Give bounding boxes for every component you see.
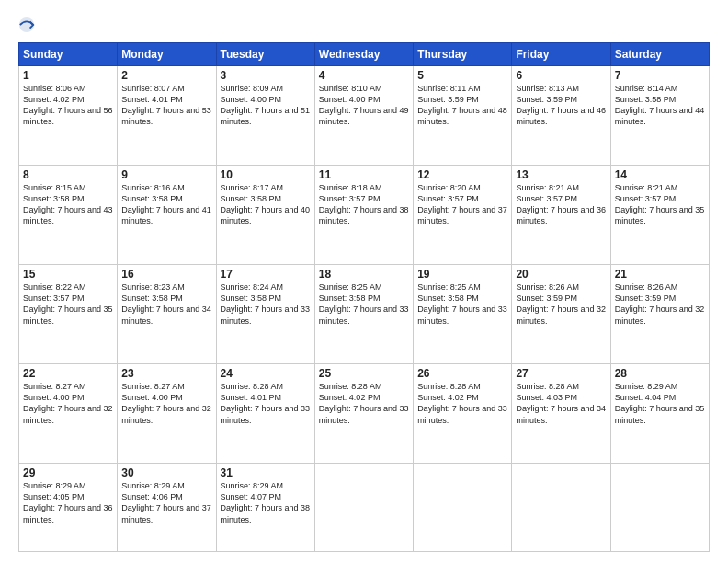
calendar-cell: 7 Sunrise: 8:14 AM Sunset: 3:58 PM Dayli… bbox=[610, 66, 709, 166]
calendar-cell: 3 Sunrise: 8:09 AM Sunset: 4:00 PM Dayli… bbox=[216, 66, 314, 166]
calendar-cell: 25 Sunrise: 8:28 AM Sunset: 4:02 PM Dayl… bbox=[314, 364, 413, 464]
calendar-header-thursday: Thursday bbox=[414, 43, 512, 66]
cell-content: Sunrise: 8:24 AM Sunset: 3:58 PM Dayligh… bbox=[221, 282, 311, 327]
cell-content: Sunrise: 8:28 AM Sunset: 4:01 PM Dayligh… bbox=[221, 381, 311, 426]
day-number: 10 bbox=[221, 168, 311, 181]
calendar-week-3: 15 Sunrise: 8:22 AM Sunset: 3:57 PM Dayl… bbox=[19, 265, 710, 364]
day-number: 1 bbox=[23, 69, 113, 82]
cell-content: Sunrise: 8:26 AM Sunset: 3:59 PM Dayligh… bbox=[615, 282, 705, 327]
cell-content: Sunrise: 8:13 AM Sunset: 3:59 PM Dayligh… bbox=[516, 83, 606, 128]
day-number: 31 bbox=[221, 466, 311, 479]
day-number: 19 bbox=[417, 268, 507, 281]
calendar-table: SundayMondayTuesdayWednesdayThursdayFrid… bbox=[18, 42, 710, 552]
calendar-cell: 27 Sunrise: 8:28 AM Sunset: 4:03 PM Dayl… bbox=[512, 364, 610, 464]
calendar-cell: 26 Sunrise: 8:28 AM Sunset: 4:02 PM Dayl… bbox=[414, 364, 512, 464]
cell-content: Sunrise: 8:28 AM Sunset: 4:02 PM Dayligh… bbox=[319, 381, 409, 426]
day-number: 8 bbox=[23, 168, 113, 181]
day-number: 29 bbox=[23, 466, 113, 479]
cell-content: Sunrise: 8:21 AM Sunset: 3:57 PM Dayligh… bbox=[516, 182, 606, 227]
cell-content: Sunrise: 8:29 AM Sunset: 4:04 PM Dayligh… bbox=[615, 381, 705, 426]
calendar-header-monday: Monday bbox=[118, 43, 216, 66]
calendar-cell: 16 Sunrise: 8:23 AM Sunset: 3:58 PM Dayl… bbox=[118, 265, 216, 364]
calendar-week-5: 29 Sunrise: 8:29 AM Sunset: 4:05 PM Dayl… bbox=[19, 464, 710, 552]
calendar-cell: 22 Sunrise: 8:27 AM Sunset: 4:00 PM Dayl… bbox=[19, 364, 118, 464]
cell-content: Sunrise: 8:26 AM Sunset: 3:59 PM Dayligh… bbox=[516, 282, 606, 327]
calendar-cell bbox=[414, 464, 512, 552]
calendar-week-4: 22 Sunrise: 8:27 AM Sunset: 4:00 PM Dayl… bbox=[19, 364, 710, 464]
calendar-header-row: SundayMondayTuesdayWednesdayThursdayFrid… bbox=[19, 43, 710, 66]
day-number: 18 bbox=[319, 268, 409, 281]
calendar-cell: 29 Sunrise: 8:29 AM Sunset: 4:05 PM Dayl… bbox=[19, 464, 118, 552]
calendar-cell: 13 Sunrise: 8:21 AM Sunset: 3:57 PM Dayl… bbox=[512, 166, 610, 265]
calendar-cell bbox=[512, 464, 610, 552]
cell-content: Sunrise: 8:27 AM Sunset: 4:00 PM Dayligh… bbox=[23, 381, 113, 426]
cell-content: Sunrise: 8:16 AM Sunset: 3:58 PM Dayligh… bbox=[121, 182, 211, 227]
cell-content: Sunrise: 8:20 AM Sunset: 3:57 PM Dayligh… bbox=[417, 182, 507, 227]
cell-content: Sunrise: 8:28 AM Sunset: 4:02 PM Dayligh… bbox=[417, 381, 507, 426]
calendar-cell: 10 Sunrise: 8:17 AM Sunset: 3:58 PM Dayl… bbox=[216, 166, 314, 265]
cell-content: Sunrise: 8:29 AM Sunset: 4:06 PM Dayligh… bbox=[121, 480, 211, 525]
day-number: 13 bbox=[516, 168, 606, 181]
cell-content: Sunrise: 8:21 AM Sunset: 3:57 PM Dayligh… bbox=[615, 182, 705, 227]
calendar-cell: 9 Sunrise: 8:16 AM Sunset: 3:58 PM Dayli… bbox=[118, 166, 216, 265]
day-number: 23 bbox=[121, 367, 211, 380]
day-number: 30 bbox=[121, 466, 211, 479]
cell-content: Sunrise: 8:25 AM Sunset: 3:58 PM Dayligh… bbox=[319, 282, 409, 327]
day-number: 12 bbox=[417, 168, 507, 181]
page: SundayMondayTuesdayWednesdayThursdayFrid… bbox=[0, 0, 728, 563]
day-number: 24 bbox=[221, 367, 311, 380]
calendar-cell: 12 Sunrise: 8:20 AM Sunset: 3:57 PM Dayl… bbox=[414, 166, 512, 265]
calendar-header-friday: Friday bbox=[512, 43, 610, 66]
calendar-cell: 14 Sunrise: 8:21 AM Sunset: 3:57 PM Dayl… bbox=[610, 166, 709, 265]
day-number: 14 bbox=[615, 168, 705, 181]
calendar-cell: 4 Sunrise: 8:10 AM Sunset: 4:00 PM Dayli… bbox=[314, 66, 413, 166]
cell-content: Sunrise: 8:15 AM Sunset: 3:58 PM Dayligh… bbox=[23, 182, 113, 227]
cell-content: Sunrise: 8:28 AM Sunset: 4:03 PM Dayligh… bbox=[516, 381, 606, 426]
logo-icon bbox=[18, 17, 35, 33]
calendar-header-sunday: Sunday bbox=[19, 43, 118, 66]
calendar-week-2: 8 Sunrise: 8:15 AM Sunset: 3:58 PM Dayli… bbox=[19, 166, 710, 265]
calendar-cell: 17 Sunrise: 8:24 AM Sunset: 3:58 PM Dayl… bbox=[216, 265, 314, 364]
day-number: 3 bbox=[221, 69, 311, 82]
calendar-cell: 20 Sunrise: 8:26 AM Sunset: 3:59 PM Dayl… bbox=[512, 265, 610, 364]
cell-content: Sunrise: 8:07 AM Sunset: 4:01 PM Dayligh… bbox=[121, 83, 211, 128]
calendar-cell: 6 Sunrise: 8:13 AM Sunset: 3:59 PM Dayli… bbox=[512, 66, 610, 166]
cell-content: Sunrise: 8:17 AM Sunset: 3:58 PM Dayligh… bbox=[221, 182, 311, 227]
day-number: 21 bbox=[615, 268, 705, 281]
calendar-header-wednesday: Wednesday bbox=[314, 43, 413, 66]
cell-content: Sunrise: 8:09 AM Sunset: 4:00 PM Dayligh… bbox=[221, 83, 311, 128]
cell-content: Sunrise: 8:23 AM Sunset: 3:58 PM Dayligh… bbox=[121, 282, 211, 327]
day-number: 15 bbox=[23, 268, 113, 281]
day-number: 25 bbox=[319, 367, 409, 380]
calendar-cell: 28 Sunrise: 8:29 AM Sunset: 4:04 PM Dayl… bbox=[610, 364, 709, 464]
calendar-header-saturday: Saturday bbox=[610, 43, 709, 66]
logo bbox=[18, 17, 40, 33]
calendar-cell: 11 Sunrise: 8:18 AM Sunset: 3:57 PM Dayl… bbox=[314, 166, 413, 265]
calendar-cell: 24 Sunrise: 8:28 AM Sunset: 4:01 PM Dayl… bbox=[216, 364, 314, 464]
day-number: 5 bbox=[417, 69, 507, 82]
calendar-cell: 5 Sunrise: 8:11 AM Sunset: 3:59 PM Dayli… bbox=[414, 66, 512, 166]
cell-content: Sunrise: 8:29 AM Sunset: 4:05 PM Dayligh… bbox=[23, 480, 113, 525]
day-number: 22 bbox=[23, 367, 113, 380]
calendar-cell: 15 Sunrise: 8:22 AM Sunset: 3:57 PM Dayl… bbox=[19, 265, 118, 364]
day-number: 26 bbox=[417, 367, 507, 380]
calendar-cell bbox=[314, 464, 413, 552]
cell-content: Sunrise: 8:14 AM Sunset: 3:58 PM Dayligh… bbox=[615, 83, 705, 128]
cell-content: Sunrise: 8:06 AM Sunset: 4:02 PM Dayligh… bbox=[23, 83, 113, 128]
svg-point-0 bbox=[19, 17, 34, 32]
cell-content: Sunrise: 8:27 AM Sunset: 4:00 PM Dayligh… bbox=[121, 381, 211, 426]
cell-content: Sunrise: 8:11 AM Sunset: 3:59 PM Dayligh… bbox=[417, 83, 507, 128]
day-number: 17 bbox=[221, 268, 311, 281]
calendar-week-1: 1 Sunrise: 8:06 AM Sunset: 4:02 PM Dayli… bbox=[19, 66, 710, 166]
cell-content: Sunrise: 8:18 AM Sunset: 3:57 PM Dayligh… bbox=[319, 182, 409, 227]
day-number: 16 bbox=[121, 268, 211, 281]
day-number: 2 bbox=[121, 69, 211, 82]
cell-content: Sunrise: 8:25 AM Sunset: 3:58 PM Dayligh… bbox=[417, 282, 507, 327]
calendar-cell: 8 Sunrise: 8:15 AM Sunset: 3:58 PM Dayli… bbox=[19, 166, 118, 265]
day-number: 11 bbox=[319, 168, 409, 181]
calendar-cell: 1 Sunrise: 8:06 AM Sunset: 4:02 PM Dayli… bbox=[19, 66, 118, 166]
calendar-cell: 23 Sunrise: 8:27 AM Sunset: 4:00 PM Dayl… bbox=[118, 364, 216, 464]
cell-content: Sunrise: 8:29 AM Sunset: 4:07 PM Dayligh… bbox=[221, 480, 311, 525]
cell-content: Sunrise: 8:22 AM Sunset: 3:57 PM Dayligh… bbox=[23, 282, 113, 327]
day-number: 4 bbox=[319, 69, 409, 82]
